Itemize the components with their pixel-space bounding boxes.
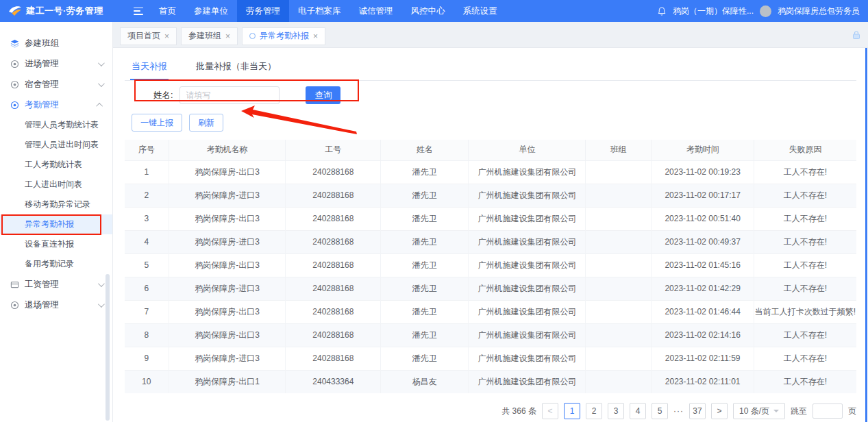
tab-abnormal-attendance-report[interactable]: 异常考勤补报 × — [242, 27, 325, 45]
cell-company: 广州机施建设集团有限公司 — [469, 370, 586, 393]
tab-participating-teams[interactable]: 参建班组 × — [181, 27, 238, 45]
name-search-input[interactable] — [179, 86, 280, 104]
sidebar-item-entry-management[interactable]: 进场管理 — [0, 53, 112, 74]
chevron-down-icon — [98, 80, 105, 87]
cell-team — [586, 370, 652, 393]
sidebar-item-label: 退场管理 — [25, 299, 59, 311]
jump-page-input[interactable] — [813, 404, 843, 419]
app-title: 建工一号·劳务管理 — [26, 5, 103, 17]
cell-time: 2023-11-02 02:14:16 — [652, 323, 754, 347]
cell-device: 鸦岗保障房-进口3 — [169, 277, 286, 300]
submenu-item-manager-inout-times[interactable]: 管理人员进出时间表 — [0, 135, 112, 155]
table-row: 2 鸦岗保障房-进口3 240288168 潘先卫 广州机施建设集团有限公司 2… — [125, 184, 856, 207]
cell-company: 广州机施建设集团有限公司 — [469, 160, 586, 184]
refresh-icon — [249, 33, 256, 39]
cell-device: 鸦岗保障房-进口3 — [169, 184, 286, 207]
sidebar-item-wage-management[interactable]: 工资管理 — [0, 274, 112, 295]
submenu-item-worker-inout-times[interactable]: 工人进出时间表 — [0, 175, 112, 195]
page-size-select[interactable]: 10 条/页 — [733, 403, 785, 419]
window-scrollbar[interactable] — [865, 48, 867, 422]
submenu-item-mobile-attendance-anomalies[interactable]: 移动考勤异常记录 — [0, 195, 112, 214]
chevron-down-icon — [773, 410, 779, 412]
cell-team — [586, 160, 652, 184]
nav-item-home[interactable]: 首页 — [150, 0, 185, 22]
nav-item-e-archives[interactable]: 电子档案库 — [289, 0, 350, 22]
table-row: 6 鸦岗保障房-进口3 240288168 潘先卫 广州机施建设集团有限公司 2… — [125, 277, 856, 300]
prev-page-button[interactable]: < — [542, 403, 558, 419]
refresh-button[interactable]: 刷新 — [189, 114, 223, 132]
cell-device: 鸦岗保障房-进口3 — [169, 347, 286, 370]
nav-item-participating-units[interactable]: 参建单位 — [185, 0, 237, 22]
page-button-1[interactable]: 1 — [564, 403, 580, 419]
username[interactable]: 鸦岗保障房总包劳务员 — [778, 5, 860, 17]
notification-bell-icon[interactable] — [657, 6, 667, 16]
menu-collapse-icon[interactable] — [134, 8, 143, 15]
sidebar-submenu: 管理人员考勤统计表 管理人员进出时间表 工人考勤统计表 工人进出时间表 移动考勤… — [0, 115, 112, 274]
close-icon[interactable]: × — [313, 32, 318, 41]
cell-worker-id: 240288168 — [286, 184, 381, 207]
cell-time: 2023-11-02 02:11:59 — [652, 347, 754, 370]
submenu-item-backup-attendance-records[interactable]: 备用考勤记录 — [0, 254, 112, 274]
column-header-name: 姓名 — [381, 140, 469, 160]
cell-name: 潘先卫 — [381, 277, 469, 300]
cell-device: 鸦岗保障房-出口3 — [169, 253, 286, 277]
cell-time: 2023-11-02 02:11:01 — [652, 370, 754, 393]
column-header-index: 序号 — [125, 140, 169, 160]
main-area: 项目首页 × 参建班组 × 异常考勤补报 × 当天补报 批量补报（非当天） — [113, 22, 868, 422]
close-icon[interactable]: × — [225, 32, 230, 41]
project-selector[interactable]: 鸦岗（一期）保障性... — [673, 5, 754, 17]
table-body: 1 鸦岗保障房-出口3 240288168 潘先卫 广州机施建设集团有限公司 2… — [125, 160, 856, 393]
next-page-button[interactable]: > — [711, 403, 728, 419]
submenu-item-worker-attendance-stats[interactable]: 工人考勤统计表 — [0, 155, 112, 175]
chevron-down-icon — [98, 280, 105, 287]
page-unit-label: 页 — [848, 406, 856, 417]
cell-worker-id: 240288168 — [286, 207, 381, 230]
sidebar-item-dormitory-management[interactable]: 宿舍管理 — [0, 74, 112, 95]
pagination-ellipsis[interactable]: ··· — [673, 406, 684, 416]
page-button-37[interactable]: 37 — [689, 403, 706, 419]
subtab-batch-report[interactable]: 批量补报（非当天） — [195, 53, 277, 80]
name-field-label: 姓名: — [153, 90, 173, 101]
cell-name: 潘先卫 — [381, 347, 469, 370]
sidebar: 参建班组 进场管理 宿舍管理 考勤管理 管理人员考勤统计表 管理人员进出时间表 — [0, 22, 113, 422]
one-click-report-button[interactable]: 一键上报 — [132, 114, 182, 132]
subtab-today-report[interactable]: 当天补报 — [130, 53, 169, 80]
layers-icon — [10, 38, 19, 48]
lock-icon[interactable] — [852, 30, 861, 40]
sidebar-scrollbar[interactable] — [106, 274, 110, 421]
nav-item-labor-management[interactable]: 劳务管理 — [237, 0, 289, 22]
nav-item-system-settings[interactable]: 系统设置 — [454, 0, 506, 22]
submenu-item-abnormal-attendance-report[interactable]: 异常考勤补报 — [0, 214, 112, 234]
page-button-5[interactable]: 5 — [652, 403, 668, 419]
cell-company: 广州机施建设集团有限公司 — [469, 300, 586, 323]
chevron-up-icon — [96, 102, 103, 109]
submenu-item-device-direct-report[interactable]: 设备直连补报 — [0, 234, 112, 254]
nav-item-integrity-management[interactable]: 诚信管理 — [350, 0, 402, 22]
tab-label: 异常考勤补报 — [260, 30, 309, 42]
table-row: 1 鸦岗保障房-出口3 240288168 潘先卫 广州机施建设集团有限公司 2… — [125, 160, 856, 184]
tab-label: 项目首页 — [127, 30, 160, 42]
cell-index: 10 — [125, 370, 169, 393]
tab-project-home[interactable]: 项目首页 × — [120, 27, 177, 45]
page-button-4[interactable]: 4 — [630, 403, 646, 419]
close-icon[interactable]: × — [164, 32, 169, 41]
sidebar-item-label: 考勤管理 — [25, 99, 59, 111]
cell-device: 鸦岗保障房-出口3 — [169, 300, 286, 323]
nav-item-risk-center[interactable]: 风控中心 — [402, 0, 454, 22]
cell-team — [586, 253, 652, 277]
table-row: 5 鸦岗保障房-出口3 240288168 潘先卫 广州机施建设集团有限公司 2… — [125, 253, 856, 277]
sidebar-item-label: 进场管理 — [25, 58, 59, 70]
sidebar-item-participating-teams[interactable]: 参建班组 — [0, 33, 112, 53]
sidebar-item-exit-management[interactable]: 退场管理 — [0, 295, 112, 315]
query-button[interactable]: 查询 — [306, 86, 340, 104]
circle-gear-icon — [10, 59, 19, 69]
cell-company: 广州机施建设集团有限公司 — [469, 184, 586, 207]
sidebar-item-attendance-management[interactable]: 考勤管理 — [0, 95, 112, 115]
cell-time: 2023-11-02 01:42:29 — [652, 277, 754, 300]
cell-time: 2023-11-02 00:17:17 — [652, 184, 754, 207]
submenu-item-manager-attendance-stats[interactable]: 管理人员考勤统计表 — [0, 115, 112, 135]
tab-label: 参建班组 — [188, 30, 221, 42]
avatar[interactable] — [760, 5, 771, 17]
page-button-3[interactable]: 3 — [608, 403, 624, 419]
page-button-2[interactable]: 2 — [586, 403, 602, 419]
